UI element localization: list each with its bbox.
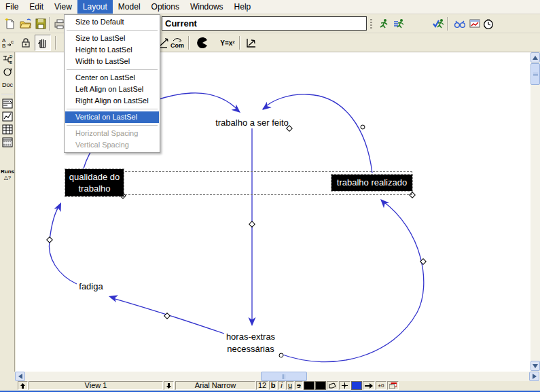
polarity-icon[interactable]: ±0 bbox=[376, 381, 386, 390]
vensim-window: File Edit View Layout Model Options Wind… bbox=[0, 0, 540, 392]
menu-item-right-align-on-lastsel[interactable]: Right Align on LastSel bbox=[65, 95, 159, 107]
runner-icon[interactable] bbox=[376, 16, 391, 31]
box-color-swatch[interactable] bbox=[315, 381, 326, 390]
menu-item-width-to-lastsel[interactable]: Width to LastSel bbox=[65, 56, 159, 67]
menu-windows[interactable]: Windows bbox=[185, 0, 229, 14]
menu-separator bbox=[67, 125, 158, 126]
dataset-name-field[interactable] bbox=[162, 16, 367, 31]
status-bar: View 1 Arial Narrow 12 b i u s ±0 bbox=[0, 381, 540, 391]
shape-icon[interactable] bbox=[327, 381, 338, 390]
menu-view[interactable]: View bbox=[49, 0, 77, 14]
strike-button[interactable]: s bbox=[295, 381, 303, 390]
loops-icon[interactable] bbox=[1, 66, 14, 78]
runner-check-icon[interactable] bbox=[431, 16, 446, 31]
toolbar-separator bbox=[55, 36, 56, 50]
arrow-color-swatch[interactable] bbox=[351, 381, 362, 390]
handle-diamond[interactable] bbox=[47, 237, 52, 243]
link-fadiga-to-qualidade[interactable] bbox=[49, 204, 77, 284]
comment-icon[interactable]: Com bbox=[170, 35, 185, 50]
analysis-toolbar: DE Doc Runs △? bbox=[0, 52, 15, 372]
reference-modes-icon[interactable] bbox=[244, 35, 259, 50]
handle-diamond[interactable] bbox=[249, 221, 255, 227]
curve-handles bbox=[47, 125, 426, 357]
scroll-left-icon[interactable] bbox=[15, 372, 25, 381]
binoculars-icon[interactable] bbox=[452, 16, 467, 31]
cascade-window-icon[interactable] bbox=[387, 381, 399, 390]
sidebar-separator bbox=[1, 94, 13, 94]
toolbar-separator bbox=[447, 17, 448, 31]
abc-text-icon[interactable]: ABc bbox=[1, 35, 16, 50]
font-name[interactable]: Arial Narrow bbox=[175, 381, 255, 390]
svg-text:B: B bbox=[2, 43, 5, 49]
new-file-icon[interactable] bbox=[2, 16, 17, 31]
toolbar-separator bbox=[239, 36, 240, 50]
table-tool-icon[interactable] bbox=[1, 123, 14, 135]
view-down-button[interactable] bbox=[164, 381, 174, 390]
vertical-scroll-thumb[interactable] bbox=[530, 63, 540, 85]
menu-model[interactable]: Model bbox=[113, 0, 146, 14]
horizontal-scroll-thumb[interactable] bbox=[261, 372, 307, 381]
arrowhead bbox=[107, 293, 118, 302]
equations-icon-label: Y=x² bbox=[220, 40, 234, 46]
vertical-scrollbar[interactable] bbox=[530, 52, 540, 372]
document-tool-icon[interactable]: Doc bbox=[1, 79, 14, 91]
menu-layout[interactable]: Layout bbox=[77, 0, 113, 14]
font-size[interactable]: 12 bbox=[256, 381, 268, 390]
stopwatch-icon[interactable] bbox=[481, 16, 496, 31]
menu-options[interactable]: Options bbox=[146, 0, 185, 14]
equations-icon[interactable]: Y=x² bbox=[217, 35, 238, 50]
crosshair-icon[interactable] bbox=[339, 381, 350, 390]
lock-icon[interactable] bbox=[18, 35, 33, 50]
font-color-swatch[interactable] bbox=[304, 381, 314, 390]
runs-compare-icon[interactable]: Runs △? bbox=[1, 167, 14, 182]
menu-item-vertical-on-lastsel[interactable]: Vertical on LastSel bbox=[65, 111, 159, 123]
menu-item-height-to-lastsel[interactable]: Height to LastSel bbox=[65, 44, 159, 56]
menu-item-vertical-spacing[interactable]: Vertical Spacing bbox=[65, 139, 159, 151]
scroll-up-icon[interactable] bbox=[530, 52, 540, 63]
underline-button[interactable]: u bbox=[286, 381, 294, 390]
menu-item-left-align-on-lastsel[interactable]: Left Align on LastSel bbox=[65, 84, 159, 95]
svg-text:c: c bbox=[11, 39, 14, 45]
menu-file[interactable]: File bbox=[0, 0, 24, 14]
causes-strip-icon[interactable] bbox=[1, 97, 14, 109]
chart-window-icon[interactable] bbox=[467, 16, 482, 31]
causes-tree-icon[interactable]: DE bbox=[1, 53, 14, 65]
variable-horas-extras-necessarias[interactable]: horas-extras necessárias bbox=[217, 331, 285, 355]
menu-bar: File Edit View Layout Model Options Wind… bbox=[0, 0, 540, 14]
menu-item-size-to-lastsel[interactable]: Size to LastSel bbox=[65, 33, 159, 44]
menu-item-center-on-lastsel[interactable]: Center on LastSel bbox=[65, 72, 159, 84]
variable-qualidade-do-trabalho[interactable]: qualidade do trabalho bbox=[65, 169, 124, 196]
bold-button[interactable]: b bbox=[269, 381, 277, 390]
delete-pacman-icon[interactable] bbox=[195, 35, 210, 50]
runner-stripes-icon[interactable] bbox=[391, 16, 406, 31]
arrow-width-icon[interactable] bbox=[363, 381, 375, 390]
horizontal-scrollbar[interactable] bbox=[15, 372, 540, 381]
open-folder-icon[interactable] bbox=[18, 16, 33, 31]
menu-item-size-to-default[interactable]: Size to Default bbox=[65, 16, 159, 28]
variable-trabalho-realizado[interactable]: trabalho realizado bbox=[331, 175, 412, 191]
table-time-icon[interactable] bbox=[1, 136, 14, 148]
svg-text:D: D bbox=[10, 54, 13, 58]
toolbar-grip bbox=[370, 18, 372, 30]
menu-separator bbox=[67, 69, 158, 70]
menu-help[interactable]: Help bbox=[229, 0, 257, 14]
link-horas-extras-to-realizado[interactable] bbox=[281, 200, 424, 362]
move-size-hand-icon[interactable] bbox=[35, 35, 51, 51]
runs-compare-symbol: △? bbox=[4, 175, 12, 181]
handle-circle[interactable] bbox=[361, 125, 365, 129]
link-realizado-to-trabalho-a-ser-feito[interactable] bbox=[263, 94, 372, 173]
variable-fadiga[interactable]: fadiga bbox=[69, 281, 113, 291]
document-tool-label: Doc bbox=[2, 82, 13, 88]
view-up-button[interactable] bbox=[18, 381, 28, 390]
italic-button[interactable]: i bbox=[278, 381, 285, 390]
menu-separator bbox=[67, 109, 158, 109]
scroll-down-icon[interactable] bbox=[530, 361, 540, 371]
menu-edit[interactable]: Edit bbox=[24, 0, 49, 14]
save-floppy-icon[interactable] bbox=[33, 16, 48, 31]
scroll-right-icon[interactable] bbox=[529, 372, 539, 381]
graph-tool-icon[interactable] bbox=[1, 110, 14, 122]
view-name[interactable]: View 1 bbox=[29, 381, 163, 390]
svg-text:E: E bbox=[10, 60, 12, 65]
menu-item-horizontal-spacing[interactable]: Horizontal Spacing bbox=[65, 128, 159, 139]
variable-trabalho-a-ser-feito[interactable]: trabalho a ser feito bbox=[198, 118, 306, 128]
